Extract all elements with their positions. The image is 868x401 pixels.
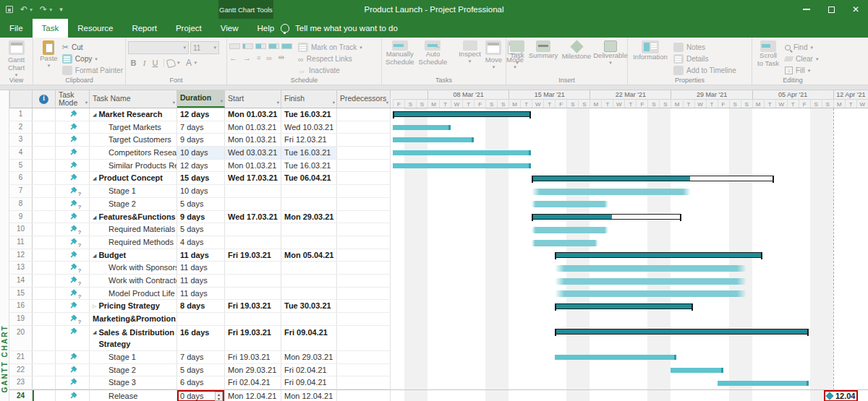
tab-help[interactable]: Help — [247, 19, 284, 38]
duration-cell[interactable]: 8 days — [177, 300, 225, 312]
gantt-summary-bar[interactable] — [555, 329, 809, 335]
gantt-chart-view-button[interactable]: Gantt Chart▾ — [2, 40, 30, 76]
row-number[interactable]: 22 — [9, 364, 33, 376]
start-cell[interactable]: Wed 03.03.21 — [225, 147, 281, 159]
indicators-cell[interactable] — [33, 313, 56, 325]
task-name[interactable]: Product Concept — [98, 172, 163, 184]
gantt-task-bar[interactable] — [718, 381, 809, 386]
predecessors-cell[interactable] — [337, 249, 391, 262]
task-mode-pin-icon[interactable] — [56, 211, 90, 223]
cut-button[interactable]: ✂Cut — [62, 42, 123, 53]
task-mode-filter-icon[interactable]: ▾ — [85, 100, 88, 105]
finish-cell[interactable] — [281, 262, 337, 274]
table-row[interactable]: 24Release0 days▲▼Mon 12.04.21Mon 12.04.2… — [9, 389, 391, 401]
finish-header[interactable]: Finish▾ — [281, 90, 337, 108]
minimize-button[interactable] — [794, 0, 819, 19]
mark-on-track-button[interactable]: Mark on Track▾ — [298, 42, 362, 53]
inactivate-button[interactable]: ⇔Inactivate — [298, 65, 362, 76]
scroll-to-task-button[interactable]: Scroll to Task — [754, 40, 782, 76]
task-name[interactable]: Market Research — [98, 108, 162, 121]
duration-cell[interactable]: 10 days — [177, 185, 225, 197]
table-row[interactable]: 22Stage 25 daysMon 29.03.21Fri 02.04.21 — [9, 364, 391, 377]
duration-header[interactable]: Duration▾ — [177, 90, 225, 108]
task-name[interactable]: Pricing Strategy — [98, 300, 159, 312]
predecessors-cell[interactable] — [337, 185, 391, 197]
finish-cell[interactable]: Mon 29.03.21 — [281, 211, 337, 223]
duration-cell[interactable]: 5 days — [177, 198, 225, 210]
start-cell[interactable] — [225, 262, 281, 274]
insert-task-button[interactable]: Task▾ — [509, 40, 526, 76]
start-cell[interactable]: Mon 12.04.21 — [225, 390, 281, 401]
customize-qat-icon[interactable]: ▾ — [59, 6, 63, 13]
finish-cell[interactable] — [281, 288, 337, 300]
row-number[interactable]: 7 — [9, 185, 33, 197]
predecessors-cell[interactable] — [337, 313, 391, 325]
finish-cell[interactable]: Wed 10.03.21 — [281, 121, 337, 134]
gantt-chart-pane[interactable]: 12.04 — [391, 108, 868, 401]
start-cell[interactable] — [225, 275, 281, 287]
finish-cell[interactable]: Mon 12.04.21 — [281, 390, 337, 401]
collapse-expand-icon-expanded[interactable]: ◢ — [93, 172, 96, 184]
row-number[interactable]: 3 — [9, 134, 33, 146]
duration-cell[interactable]: 9 days — [177, 134, 225, 146]
finish-cell[interactable]: Tue 16.03.21 — [281, 108, 337, 121]
duration-cell[interactable]: 15 days — [177, 172, 225, 184]
predecessors-cell[interactable] — [337, 376, 391, 389]
format-painter-button[interactable]: Format Painter — [62, 65, 123, 76]
start-cell[interactable] — [225, 236, 281, 249]
indicators-cell[interactable] — [33, 364, 56, 376]
respect-links-button[interactable]: ∞Respect Links — [298, 53, 362, 64]
task-mode-pin-icon[interactable] — [56, 121, 90, 134]
duration-filter-icon[interactable]: ▾ — [221, 99, 223, 104]
finish-cell[interactable]: Tue 16.03.21 — [281, 160, 337, 172]
tab-report[interactable]: Report — [122, 19, 166, 38]
start-cell[interactable]: Mon 01.03.21 — [225, 160, 281, 172]
table-row[interactable]: 15?Model Product Life Cy11 days — [9, 288, 391, 301]
table-row[interactable]: 1◢Market Research12 daysMon 01.03.21Tue … — [9, 108, 391, 121]
row-number[interactable]: 21 — [9, 351, 33, 363]
task-mode-pin-icon[interactable] — [56, 249, 90, 262]
row-number[interactable]: 5 — [9, 160, 33, 172]
clear-button[interactable]: Clear▾ — [785, 53, 818, 64]
task-mode-pin-question-icon[interactable]: ? — [56, 185, 90, 197]
task-mode-pin-question-icon[interactable]: ? — [56, 275, 90, 287]
percent-50%-button[interactable] — [255, 43, 266, 49]
predecessors-cell[interactable] — [337, 198, 391, 210]
timeline-header[interactable]: FSS08 Mar '21MTWTFSS15 Mar '21MTWTFSS22 … — [391, 90, 868, 108]
predecessors-cell[interactable] — [337, 300, 391, 312]
restore-button[interactable] — [819, 0, 843, 19]
task-name[interactable]: Stage 1 — [109, 351, 136, 363]
row-number[interactable]: 16 — [9, 300, 33, 312]
table-row[interactable]: 4Competitors Research10 daysWed 03.03.21… — [9, 147, 391, 160]
table-row[interactable]: 14?Work with Contractor11 days — [9, 275, 391, 288]
task-name[interactable]: Target Customers — [109, 134, 171, 146]
milestone-diamond-icon[interactable] — [825, 392, 833, 400]
row-number[interactable]: 20 — [9, 326, 33, 350]
table-row[interactable]: 21Stage 17 daysFri 19.03.21Mon 29.03.21 — [9, 351, 391, 364]
task-name[interactable]: Work with Sponsors — [109, 262, 177, 274]
task-name[interactable]: Model Product Life Cy — [109, 288, 177, 300]
task-mode-header[interactable]: Task Mode▾ — [56, 90, 90, 108]
undo-icon[interactable]: ↶ — [20, 4, 27, 14]
task-name[interactable]: Budget — [98, 249, 126, 262]
duration-cell[interactable]: 11 days — [177, 262, 225, 274]
start-cell[interactable]: Mon 01.03.21 — [225, 134, 281, 146]
tab-view[interactable]: View — [211, 19, 248, 38]
indicators-cell[interactable] — [33, 121, 56, 134]
row-number[interactable]: 14 — [9, 275, 33, 287]
table-row[interactable]: 12◢Budget11 daysFri 19.03.21Mon 05.04.21 — [9, 249, 391, 262]
predecessors-cell[interactable] — [337, 108, 391, 121]
task-name[interactable]: Stage 2 — [109, 198, 136, 210]
collapse-expand-icon-expanded[interactable]: ◢ — [93, 326, 96, 338]
indicators-cell[interactable] — [33, 390, 56, 401]
link-tasks-icon[interactable]: ∞ — [266, 53, 272, 62]
table-row[interactable]: 13?Work with Sponsors11 days — [9, 262, 391, 275]
indicators-cell[interactable] — [33, 326, 56, 350]
indicators-cell[interactable] — [33, 351, 56, 363]
collapse-expand-icon-expanded[interactable]: ◢ — [93, 211, 96, 223]
table-row[interactable]: 10?Required Materials5 days — [9, 223, 391, 236]
task-mode-pin-question-icon[interactable]: ? — [56, 262, 90, 274]
predecessors-cell[interactable] — [337, 262, 391, 274]
task-table[interactable]: 1◢Market Research12 daysMon 01.03.21Tue … — [9, 108, 391, 401]
task-name[interactable]: Required Materials — [109, 223, 175, 236]
